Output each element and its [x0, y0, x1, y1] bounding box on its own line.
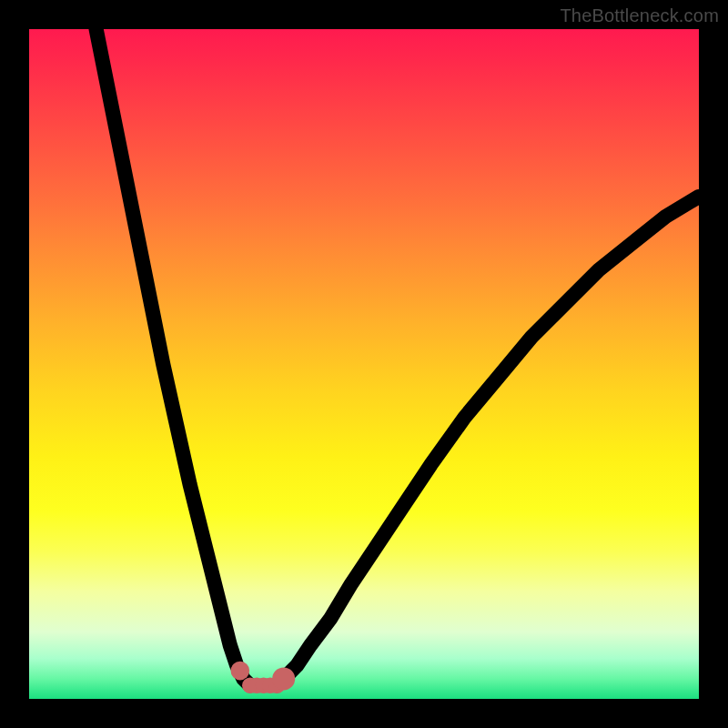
chart-svg: [29, 29, 699, 699]
plot-area: [29, 29, 699, 699]
watermark-text: TheBottleneck.com: [560, 5, 719, 26]
curve-right: [277, 197, 699, 685]
marker-group: [231, 662, 296, 693]
curve-group: [96, 29, 699, 685]
chart-frame: TheBottleneck.com: [0, 0, 728, 728]
marker-dot: [231, 662, 250, 681]
marker-dot: [272, 667, 295, 690]
curve-left: [96, 29, 250, 685]
